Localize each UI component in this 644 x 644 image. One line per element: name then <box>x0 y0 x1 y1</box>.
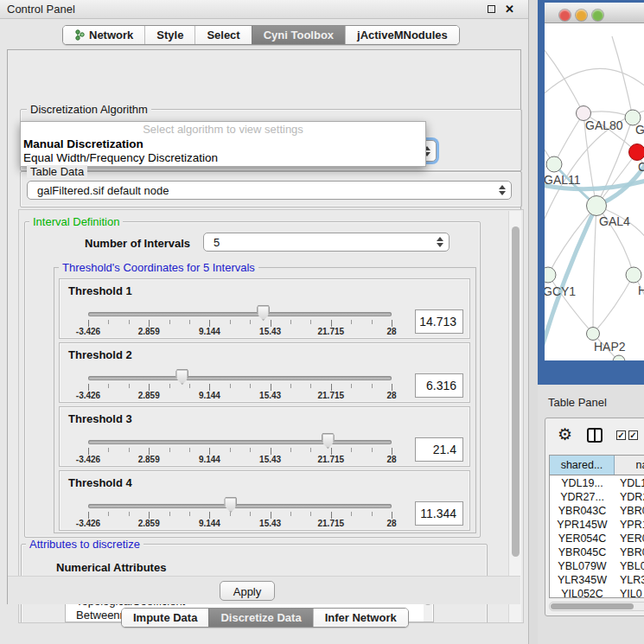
zoom-traffic-light[interactable] <box>592 10 603 21</box>
node-label: GAL11 <box>545 173 581 187</box>
combo-spinner-icon <box>498 185 505 195</box>
network-node-hap2[interactable] <box>587 328 600 341</box>
tab-discretize-data[interactable]: Discretize Data <box>208 609 312 627</box>
slider-track[interactable] <box>88 376 392 380</box>
apply-row: Apply <box>8 576 520 604</box>
gear-icon[interactable]: ⚙ <box>558 425 572 444</box>
network-canvas[interactable]: GAL80GACGAL11GAL4GCY1HHAP2 <box>545 23 644 360</box>
minimize-traffic-light[interactable] <box>576 10 587 21</box>
network-node-gal11[interactable] <box>546 156 562 172</box>
threshold-label: Threshold 3 <box>68 412 132 425</box>
slider-track[interactable] <box>88 312 392 316</box>
network-node-c[interactable] <box>629 144 644 161</box>
node-label: C <box>638 160 644 174</box>
network-graph[interactable]: GAL80GACGAL11GAL4GCY1HHAP2 <box>545 23 644 360</box>
slider-tick <box>129 320 130 324</box>
column-header-shared-name[interactable]: shared... <box>550 456 615 475</box>
cell-name: YPR1 <box>615 518 644 532</box>
slider-tick <box>88 320 89 327</box>
table-header-row: shared... na <box>550 456 644 475</box>
network-node-h[interactable] <box>626 267 641 283</box>
threshold-box: Threshold 1-3.4262.8599.14415.4321.71528… <box>59 278 470 339</box>
network-edge-highlighted[interactable] <box>596 153 644 206</box>
tab-impute-data[interactable]: Impute Data <box>122 609 208 627</box>
slider-tick-label: 15.43 <box>259 455 281 464</box>
slider-tick <box>189 448 190 452</box>
tab-infer-network[interactable]: Infer Network <box>313 609 408 627</box>
slider-track[interactable] <box>88 504 392 508</box>
tab-jactivemnodules[interactable]: jActiveMNodules <box>345 26 459 44</box>
threshold-value-field[interactable]: 14.713 <box>415 309 463 334</box>
node-label: GAL80 <box>585 118 623 132</box>
table-row[interactable]: YDL19...YDL1 <box>550 476 644 490</box>
slider-tick <box>351 320 352 324</box>
cell-name: YBR0 <box>615 504 644 518</box>
column-header-name[interactable]: na <box>615 456 644 475</box>
slider-thumb[interactable] <box>175 369 188 385</box>
network-edge[interactable] <box>612 36 633 118</box>
thresholds-group: Threshold 1-3.4262.8599.14415.4321.71528… <box>54 267 476 533</box>
tab-label: Cyni Toolbox <box>264 29 334 41</box>
threshold-value-field[interactable]: 21.4 <box>415 437 463 462</box>
table-row[interactable]: YBL079WYBL0 <box>550 559 644 573</box>
network-edge[interactable] <box>554 113 583 164</box>
slider-tick <box>149 448 150 455</box>
threshold-box: Threshold 4-3.4262.8599.14415.4321.71528… <box>59 470 470 531</box>
slider-tick <box>250 320 251 324</box>
table-row[interactable]: YLR345WYLR3 <box>550 573 644 587</box>
slider-tick <box>271 384 271 391</box>
screen: Control Panel ✕ NetworkStyleSelectCyni T… <box>0 0 644 644</box>
table-row[interactable]: YER054CYER0 <box>550 532 644 545</box>
table-row[interactable]: YPR145WYPR1 <box>550 518 644 532</box>
slider-tick <box>310 320 311 324</box>
tab-cyni-toolbox[interactable]: Cyni Toolbox <box>252 26 345 44</box>
float-window-icon[interactable] <box>488 5 495 13</box>
slider-tick <box>169 448 170 452</box>
slider-thumb[interactable] <box>224 497 237 513</box>
slider-tick <box>88 512 89 519</box>
network-node-gcy1[interactable] <box>545 267 556 283</box>
split-columns-icon[interactable] <box>587 428 603 443</box>
network-node-gal4[interactable] <box>587 196 607 216</box>
threshold-value-field[interactable]: 11.344 <box>415 501 463 526</box>
node-label: H <box>638 284 644 297</box>
slider-tick <box>230 512 231 516</box>
checkbox-icon[interactable]: ✓ <box>628 430 638 440</box>
table-row[interactable]: YIL052CYIL0 <box>550 587 644 597</box>
threshold-value-field[interactable]: 6.316 <box>415 373 463 398</box>
tab-style[interactable]: Style <box>144 26 194 44</box>
horizontal-scrollbar[interactable] <box>549 602 644 611</box>
slider-tick <box>149 384 150 391</box>
scrollbar-thumb[interactable] <box>551 603 634 609</box>
tab-network[interactable]: Network <box>63 26 144 44</box>
control-panel-title: Control Panel <box>7 3 75 16</box>
menu-item-equal-width-frequency[interactable]: Equal Width/Frequency Discretization <box>21 151 425 165</box>
slider-track[interactable] <box>88 440 392 444</box>
table-row[interactable]: YDR27...YDR2 <box>550 490 644 504</box>
tab-select[interactable]: Select <box>194 26 251 44</box>
slider-thumb[interactable] <box>322 433 335 449</box>
checkbox-icon[interactable]: ✓ <box>616 430 626 440</box>
slider-tick <box>392 448 392 455</box>
slider-tick-label: 9.144 <box>199 455 220 464</box>
number-of-intervals-combobox[interactable]: 5 <box>203 233 450 252</box>
table-row[interactable]: YBR043CYBR0 <box>550 504 644 518</box>
network-edge[interactable] <box>593 206 596 334</box>
network-window-titlebar[interactable] <box>545 3 644 23</box>
slider-tick <box>149 320 150 327</box>
table-row[interactable]: YBR045CYBR0 <box>550 545 644 559</box>
scrollbar-thumb[interactable] <box>512 226 520 557</box>
vertical-scrollbar[interactable] <box>508 211 521 623</box>
apply-button[interactable]: Apply <box>220 581 275 601</box>
table-data-combobox[interactable]: galFiltered.sif default node <box>27 181 512 200</box>
close-icon[interactable]: ✕ <box>505 3 514 16</box>
menu-item-manual-discretization[interactable]: Manual Discretization <box>21 137 425 151</box>
slider-thumb[interactable] <box>257 305 270 321</box>
cell-shared-name: YBR043C <box>550 504 615 518</box>
numerical-attributes-label: Numerical Attributes <box>56 561 166 574</box>
close-traffic-light[interactable] <box>559 10 571 21</box>
network-edge[interactable] <box>593 275 634 334</box>
slider-tick <box>108 512 109 516</box>
network-edge[interactable] <box>545 68 644 101</box>
node-label: GA <box>635 123 644 137</box>
